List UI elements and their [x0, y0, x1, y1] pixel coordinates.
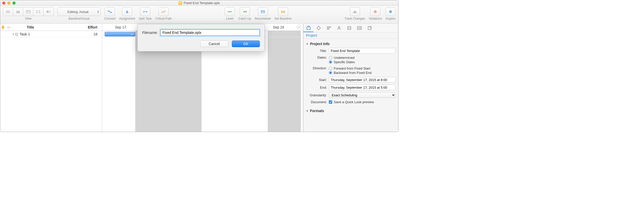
row-effort: 1d	[82, 32, 102, 36]
view-outline-button[interactable]	[3, 7, 13, 16]
close-window-icon[interactable]	[2, 2, 5, 5]
note-icon: ▭	[6, 25, 11, 29]
assignment-label: Assignment	[119, 17, 135, 20]
reschedule-button[interactable]	[258, 7, 268, 16]
svg-rect-12	[49, 11, 50, 13]
outline-panel: ✋ ▭ Title Effort • 1) Task 1 1d	[0, 24, 102, 132]
cancel-button[interactable]: Cancel	[200, 41, 228, 47]
minimize-window-icon[interactable]	[7, 2, 10, 5]
svg-rect-29	[307, 27, 310, 30]
chevron-updown-icon: ▴▾	[98, 10, 99, 14]
view-people-button[interactable]	[13, 7, 23, 16]
tab-styles[interactable]	[344, 24, 354, 32]
direction-forward-radio[interactable]	[329, 67, 332, 70]
granularity-label: Granularity:	[306, 93, 329, 97]
filename-label: Filename:	[142, 31, 158, 35]
track-changes-label: Track Changes	[344, 17, 365, 20]
table-row[interactable]: • 1) Task 1 1d	[0, 31, 102, 37]
tab-columns[interactable]	[354, 24, 365, 32]
titlebar: Fixed End Template.oplx	[0, 0, 398, 6]
ok-button[interactable]: OK	[232, 41, 260, 47]
document-label: Document:	[306, 100, 329, 104]
svg-rect-19	[228, 11, 232, 12]
baseline-dropdown[interactable]: Editing: Actual ▴▾	[57, 7, 101, 16]
level-label: Level	[226, 17, 234, 20]
svg-rect-10	[39, 12, 40, 13]
zoom-window-icon[interactable]	[12, 2, 16, 5]
granularity-select[interactable]: Exact Scheduling	[329, 92, 396, 98]
task-bar[interactable]: ‹‹‹	[105, 32, 135, 36]
tab-milestones[interactable]	[314, 24, 324, 32]
svg-rect-17	[143, 11, 145, 12]
title-label: Title:	[306, 49, 329, 53]
bar-arrows-icon: ‹‹‹	[131, 33, 133, 36]
view-network-button[interactable]	[33, 7, 44, 16]
svg-rect-11	[47, 11, 48, 13]
row-title: Task 1	[20, 32, 82, 36]
view-styles-button[interactable]	[44, 7, 54, 16]
dates-undetermined-radio[interactable]	[329, 56, 332, 59]
reschedule-label: Reschedule	[255, 17, 271, 20]
grab-icon: ✋	[0, 25, 6, 29]
critical-path-button[interactable]	[158, 7, 169, 16]
section-formats[interactable]: ▼ Formats	[306, 108, 396, 114]
tab-resource[interactable]	[334, 24, 344, 32]
baseline-value: Editing: Actual	[68, 10, 88, 14]
end-field[interactable]	[329, 85, 396, 90]
level-button[interactable]	[225, 7, 235, 16]
zoom-icon[interactable]: ＋	[297, 25, 301, 29]
view-label: View	[25, 17, 32, 20]
set-baseline-button[interactable]	[278, 7, 288, 16]
disclosure-triangle-icon: ▼	[306, 110, 308, 112]
violations-button[interactable]	[370, 7, 380, 16]
title-field[interactable]	[329, 48, 396, 54]
split-task-label: Split Task	[139, 17, 152, 20]
svg-rect-30	[317, 26, 320, 30]
connect-button[interactable]	[105, 7, 115, 16]
split-task-button[interactable]	[140, 7, 150, 16]
svg-rect-13	[108, 11, 110, 11]
connect-label: Connect	[104, 17, 116, 20]
inspect-button[interactable]: i	[385, 7, 396, 16]
start-field[interactable]	[329, 77, 396, 83]
col-title[interactable]: Title	[11, 25, 82, 29]
track-changes-button[interactable]	[350, 7, 360, 16]
filename-input[interactable]	[160, 29, 260, 36]
tab-task[interactable]	[324, 24, 334, 32]
svg-rect-5	[26, 10, 30, 13]
dates-specific-radio[interactable]	[329, 60, 332, 64]
tab-custom[interactable]	[365, 24, 375, 32]
view-group: View	[3, 7, 54, 20]
svg-rect-18	[146, 11, 147, 12]
svg-point-2	[17, 11, 18, 12]
inspector-panel: Project ▼ Project Info Title: Dates: Und…	[303, 24, 398, 132]
section-project-info[interactable]: ▼ Project Info	[306, 41, 396, 47]
toolbar: View Editing: Actual ▴▾ Baseline/Actual …	[0, 6, 398, 24]
baseline-label: Baseline/Actual	[69, 17, 90, 20]
col-effort[interactable]: Effort	[82, 25, 102, 29]
window-title-text: Fixed End Template.oplx	[184, 1, 220, 5]
quicklook-checkbox[interactable]	[329, 100, 332, 104]
view-calendar-button[interactable]	[23, 7, 33, 16]
tab-project[interactable]	[303, 24, 314, 32]
svg-point-23	[282, 11, 284, 12]
filename-dialog: Filename: Cancel OK	[137, 24, 265, 51]
dates-label: Dates:	[306, 56, 329, 59]
svg-rect-26	[375, 12, 375, 13]
svg-point-15	[127, 10, 128, 12]
svg-rect-0	[6, 11, 10, 11]
svg-rect-14	[110, 12, 112, 13]
direction-backward-radio[interactable]	[329, 71, 332, 74]
assignment-button[interactable]	[122, 7, 132, 16]
catch-up-button[interactable]	[240, 7, 250, 16]
svg-rect-4	[16, 12, 20, 13]
disclosure-triangle-icon: ▼	[306, 43, 308, 45]
end-label: End:	[306, 86, 329, 89]
window-controls	[2, 2, 16, 5]
start-label: Start:	[306, 78, 329, 82]
outline-header: ✋ ▭ Title Effort	[0, 24, 102, 31]
baseline-group: Editing: Actual ▴▾ Baseline/Actual	[57, 7, 101, 20]
direction-label: Direction:	[306, 66, 329, 70]
svg-rect-7	[36, 10, 37, 11]
inspect-label: Inspect	[386, 17, 396, 20]
